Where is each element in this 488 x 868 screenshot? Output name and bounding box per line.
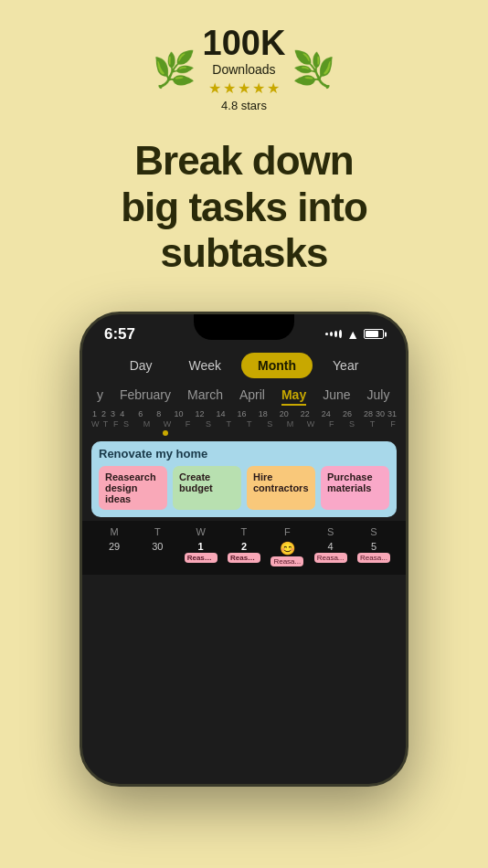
tab-bar: Day Week Month Year: [82, 353, 406, 378]
cal-label-s: S: [312, 526, 350, 537]
day-letters-row: W T F S M W F S T T S M W F: [82, 419, 406, 429]
headline-line2: big tasks into: [121, 185, 367, 229]
tab-year[interactable]: Year: [316, 353, 375, 378]
badge-row: 🌿 100K Downloads ★ ★ ★ ★ ★ 4.8 stars 🌿: [153, 26, 336, 112]
tab-week[interactable]: Week: [173, 353, 239, 378]
month-june[interactable]: June: [323, 387, 350, 406]
cal-event-5: Reasa...: [357, 553, 390, 563]
cal-label-f: F: [268, 526, 306, 537]
notch: [194, 314, 294, 340]
month-march[interactable]: March: [187, 387, 223, 406]
laurel-right-icon: 🌿: [292, 52, 335, 87]
star-5-icon: ★: [267, 79, 280, 97]
status-time: 6:57: [104, 325, 135, 344]
cal-label-th: T: [225, 526, 263, 537]
calendar-bottom: M T W T F S S 29 30 1Reasa... 2Reasa... …: [82, 521, 406, 575]
subtask-materials[interactable]: Purchase materials: [321, 466, 389, 510]
calendar-header-row: M T W T F S S: [95, 526, 393, 537]
cal-event-2: Reasa...: [228, 553, 260, 563]
headline-line3: subtasks: [161, 230, 328, 275]
task-title: Renovate my home: [99, 447, 389, 460]
calendar-row-1: 29 30 1Reasa... 2Reasa... 😊Reasa... 4Rea…: [95, 541, 393, 567]
cal-cell-5: 5Reasa...: [355, 541, 393, 567]
month-july[interactable]: July: [367, 387, 390, 406]
battery-icon: [364, 329, 384, 339]
star-1-icon: ★: [208, 79, 221, 97]
star-4-icon: ★: [252, 79, 265, 97]
today-marker: [82, 429, 406, 436]
month-may[interactable]: May: [281, 387, 306, 406]
month-april[interactable]: April: [239, 387, 265, 406]
headline: Break down big tasks into subtasks: [121, 138, 367, 277]
cal-label-t: T: [138, 526, 176, 537]
signal-icon: [325, 330, 342, 338]
cal-label-m: M: [95, 526, 133, 537]
star-2-icon: ★: [223, 79, 236, 97]
cal-label-su: S: [355, 526, 393, 537]
subtask-budget[interactable]: Create budget: [173, 466, 241, 510]
wifi-icon: ▲: [346, 327, 359, 342]
cal-event-1: Reasa...: [185, 553, 217, 563]
status-icons: ▲: [325, 327, 384, 342]
cal-cell-29: 29: [95, 541, 133, 567]
cal-cell-1: 1Reasa...: [182, 541, 220, 567]
day-numbers-row: 1 2 3 4 6 8 10 12 14 16 18 20 22 24: [82, 409, 406, 418]
cal-event-4: Reasa...: [314, 553, 347, 563]
cal-cell-2: 2Reasa...: [225, 541, 263, 567]
month-y[interactable]: y: [97, 387, 103, 406]
badge-label: Downloads: [212, 62, 275, 77]
cal-cell-30: 30: [138, 541, 176, 567]
subtask-research[interactable]: Reasearch design ideas: [99, 466, 167, 510]
cal-event-3: Reasa...: [271, 556, 303, 566]
subtasks-row: Reasearch design ideas Create budget Hir…: [99, 466, 389, 510]
badge-rating: 4.8 stars: [221, 99, 267, 112]
badge-number: 100K: [203, 26, 286, 60]
tab-day[interactable]: Day: [113, 353, 169, 378]
cal-cell-emoji: 😊Reasa...: [268, 541, 306, 567]
top-section: 🌿 100K Downloads ★ ★ ★ ★ ★ 4.8 stars 🌿 B…: [0, 0, 488, 277]
subtask-contractors[interactable]: Hire contractors: [247, 466, 315, 510]
month-scroller: y February March April May June July: [82, 378, 406, 409]
status-bar: 6:57 ▲: [82, 314, 406, 344]
badge-center: 100K Downloads ★ ★ ★ ★ ★ 4.8 stars: [203, 26, 286, 112]
today-dot: [163, 430, 168, 436]
headline-line1: Break down: [134, 138, 353, 183]
task-section: Renovate my home Reasearch design ideas …: [91, 441, 397, 517]
month-february[interactable]: February: [120, 387, 171, 406]
star-3-icon: ★: [238, 79, 250, 97]
tab-month[interactable]: Month: [241, 353, 313, 378]
phone-mockup: 6:57 ▲ Day Week Month Year: [80, 312, 408, 787]
cal-label-w: W: [182, 526, 220, 537]
cal-cell-4: 4Reasa...: [312, 541, 350, 567]
laurel-left-icon: 🌿: [153, 52, 196, 87]
phone-wrapper: 6:57 ▲ Day Week Month Year: [0, 312, 488, 787]
stars-row: ★ ★ ★ ★ ★: [208, 79, 280, 97]
